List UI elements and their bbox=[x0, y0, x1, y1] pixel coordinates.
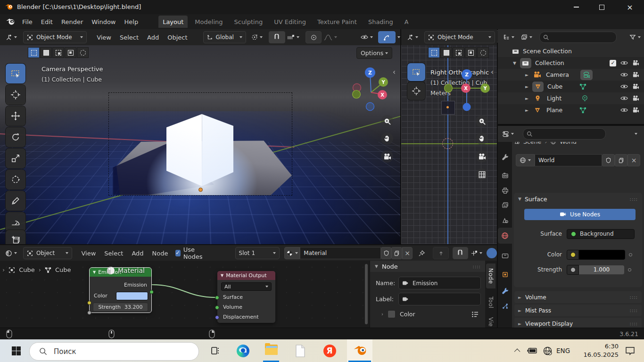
menu-render[interactable]: Render bbox=[57, 18, 87, 25]
tab-sculpting[interactable]: Sculpting bbox=[230, 18, 267, 25]
shader-menu-node[interactable]: Node bbox=[148, 250, 173, 257]
orthographic-grid-icon[interactable] bbox=[476, 168, 488, 181]
shader-editor-canvas[interactable]: › Cube › Cube ▼ Emission Emission Color bbox=[0, 261, 370, 328]
viewport-3d-right[interactable]: Right Orthographic (1) Collection | Cub … bbox=[401, 45, 497, 244]
pan-hand-icon[interactable] bbox=[381, 132, 393, 145]
color-presets-list-icon[interactable] bbox=[471, 311, 479, 318]
color-input-socket[interactable] bbox=[87, 301, 91, 305]
language-indicator[interactable]: ENG bbox=[556, 347, 570, 354]
node-color-swatch[interactable] bbox=[388, 310, 396, 318]
start-button[interactable] bbox=[7, 339, 25, 362]
mode-select[interactable]: Object Mode bbox=[424, 31, 495, 43]
tab-particles[interactable] bbox=[498, 298, 512, 313]
color-expand-icon[interactable]: › bbox=[381, 312, 383, 317]
node-panel-header[interactable]: ▼ Node :::: bbox=[370, 261, 486, 272]
viewport-menu-add[interactable]: Add bbox=[143, 34, 163, 41]
sidebar-tab-node[interactable]: Node bbox=[486, 263, 495, 288]
file-explorer-button[interactable] bbox=[260, 339, 282, 362]
viewport-menu-select[interactable]: Select bbox=[116, 34, 143, 41]
world-color-swatch[interactable] bbox=[579, 250, 625, 260]
tab-object[interactable] bbox=[498, 266, 512, 282]
snap-target-button[interactable] bbox=[285, 32, 302, 43]
material-slot-select[interactable]: Slot 1 bbox=[235, 247, 280, 259]
fake-user-button[interactable] bbox=[381, 247, 391, 259]
shader-type-select[interactable]: Object bbox=[23, 247, 72, 259]
shader-canvas-scrollbar[interactable] bbox=[365, 264, 368, 324]
editor-type-button[interactable] bbox=[3, 247, 19, 259]
tool-select-box[interactable] bbox=[6, 64, 25, 83]
snap-toggle-button[interactable] bbox=[453, 247, 468, 259]
emission-color-swatch[interactable] bbox=[116, 292, 148, 300]
volume-input-socket[interactable] bbox=[215, 305, 219, 310]
tool-cursor[interactable] bbox=[6, 85, 25, 105]
disclosure-triangle-icon[interactable]: ► bbox=[525, 96, 528, 101]
node-collapse-icon[interactable]: ▼ bbox=[93, 270, 96, 274]
proportional-falloff-button[interactable] bbox=[322, 32, 339, 43]
camera-view-icon[interactable] bbox=[476, 150, 488, 163]
blender-taskbar-button[interactable] bbox=[347, 339, 372, 362]
tool-select-box[interactable] bbox=[407, 63, 425, 81]
overlays-button-partial[interactable] bbox=[487, 248, 497, 258]
light-data-icon[interactable] bbox=[581, 95, 588, 102]
gizmos-dropdown-button[interactable] bbox=[378, 31, 396, 43]
material-name-field[interactable]: Material bbox=[300, 247, 381, 259]
go-to-parent-node-tree-button[interactable] bbox=[433, 247, 448, 259]
animate-decorator-icon[interactable] bbox=[629, 253, 632, 256]
edge-browser-button[interactable] bbox=[232, 339, 254, 362]
output-target-select[interactable]: All bbox=[221, 282, 272, 291]
tab-texture-paint[interactable]: Texture Paint bbox=[313, 18, 361, 25]
object-origin-dot[interactable] bbox=[198, 188, 203, 192]
shader-menu-select[interactable]: Select bbox=[100, 250, 127, 257]
outliner-row-light[interactable]: ► Light bbox=[498, 92, 644, 104]
menu-help[interactable]: Help bbox=[120, 18, 143, 25]
panel-grip-icon[interactable]: :::: bbox=[630, 308, 638, 313]
tab-modeling[interactable]: Modeling bbox=[190, 18, 227, 25]
render-visibility-camera-icon[interactable] bbox=[632, 107, 639, 113]
eye-icon[interactable] bbox=[620, 83, 628, 90]
zoom-tool-icon[interactable] bbox=[476, 115, 488, 127]
task-view-button[interactable] bbox=[206, 339, 225, 362]
pin-icon[interactable] bbox=[418, 250, 425, 257]
material-copy-button[interactable] bbox=[391, 247, 402, 259]
yandex-browser-button[interactable]: Я bbox=[319, 339, 340, 362]
viewport-menu-view[interactable]: View bbox=[92, 34, 116, 41]
clock-indicator[interactable]: 6:30 16.05.2025 bbox=[579, 343, 619, 358]
editor-type-button[interactable] bbox=[3, 32, 19, 43]
select-mode-intersect[interactable] bbox=[477, 47, 489, 58]
surface-panel-header[interactable]: ▼ Surface :::: bbox=[514, 193, 642, 205]
emission-strength-slider[interactable]: Strength 33.200 bbox=[93, 303, 148, 312]
region-collapse-icon[interactable]: ‹ bbox=[491, 68, 494, 76]
sidebar-tab-tool[interactable]: Tool bbox=[486, 293, 495, 312]
region-collapse-icon[interactable]: ‹ bbox=[393, 68, 396, 76]
tool-add-primitive[interactable] bbox=[6, 230, 25, 244]
disclosure-triangle-icon[interactable]: ► bbox=[525, 108, 528, 113]
panel-grip-icon[interactable]: :::: bbox=[630, 295, 638, 300]
material-browse-button[interactable] bbox=[284, 247, 300, 259]
eye-icon[interactable] bbox=[620, 95, 628, 101]
material-output-node-header[interactable]: ▼ Material Output bbox=[217, 271, 275, 280]
pan-hand-icon[interactable] bbox=[476, 132, 488, 145]
snap-target-button[interactable] bbox=[468, 247, 485, 259]
outliner-filter-button[interactable] bbox=[627, 32, 643, 43]
select-mode-invert[interactable] bbox=[65, 47, 76, 58]
fake-user-button[interactable] bbox=[602, 154, 615, 166]
zoom-tool-icon[interactable] bbox=[381, 115, 393, 127]
disclosure-triangle-icon[interactable]: ► bbox=[525, 84, 528, 89]
strength-slider[interactable]: 1.000 bbox=[579, 265, 624, 274]
axis-neg-z-ball[interactable] bbox=[463, 103, 471, 111]
tab-animation[interactable]: An bbox=[400, 18, 408, 25]
select-mode-extend[interactable] bbox=[40, 47, 52, 58]
mesh-data-icon[interactable] bbox=[579, 107, 586, 114]
eye-icon[interactable] bbox=[620, 107, 628, 113]
camera-view-icon[interactable] bbox=[381, 150, 393, 163]
surface-input-socket[interactable] bbox=[215, 296, 219, 300]
maximize-button[interactable] bbox=[591, 0, 612, 14]
outliner-row-cube[interactable]: ► Cube bbox=[498, 81, 644, 92]
tool-cursor[interactable] bbox=[407, 82, 425, 100]
tool-move[interactable] bbox=[6, 106, 25, 126]
tool-measure[interactable] bbox=[6, 212, 25, 232]
breadcrumb-scene[interactable]: Scene bbox=[523, 142, 541, 145]
panel-grip-icon[interactable]: :::: bbox=[473, 264, 481, 269]
panel-viewport-display[interactable]: ►Viewport Display:::: bbox=[514, 318, 642, 329]
surface-shader-select[interactable]: Background bbox=[567, 229, 635, 239]
